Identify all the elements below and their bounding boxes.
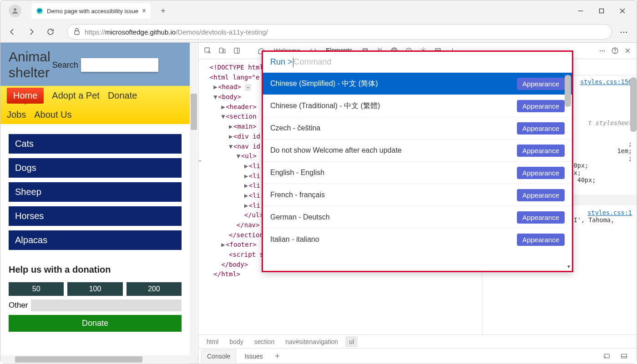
edge-favicon-icon <box>36 7 43 15</box>
minimize-button[interactable] <box>570 4 591 18</box>
svg-rect-6 <box>75 31 79 35</box>
svg-rect-10 <box>234 48 239 53</box>
other-label: Other <box>9 301 28 310</box>
nav-adopt[interactable]: Adopt a Pet <box>52 90 100 101</box>
titlebar: Demo page with accessibility issue × + <box>0 0 637 21</box>
nav-home[interactable]: Home <box>7 88 44 104</box>
url-text: https://microsoftedge.github.io/Demos/de… <box>85 28 268 36</box>
sidenav-cats[interactable]: Cats <box>9 134 182 154</box>
lock-icon <box>74 28 80 36</box>
crumb-section[interactable]: section <box>251 336 278 347</box>
donate-button[interactable]: Donate <box>9 315 182 332</box>
cmd-item-7[interactable]: Italian - italianoAppearance <box>263 228 572 250</box>
refresh-button[interactable] <box>42 24 59 40</box>
sidenav-horses[interactable]: Horses <box>9 206 182 226</box>
cmd-item-2[interactable]: Czech - češtinaAppearance <box>263 117 572 139</box>
drawer: Console Issues <box>198 348 637 364</box>
crumb-html[interactable]: html <box>203 336 222 347</box>
forward-button[interactable] <box>23 24 40 40</box>
profile-avatar[interactable] <box>9 5 21 17</box>
donate-200[interactable]: 200 <box>126 282 182 296</box>
svg-rect-31 <box>604 354 609 358</box>
dt-more-icon[interactable]: ⋯ <box>596 45 608 57</box>
browser-more-button[interactable]: ⋯ <box>615 24 633 40</box>
maximize-button[interactable] <box>591 4 612 18</box>
svg-rect-3 <box>600 9 604 13</box>
sidenav-dogs[interactable]: Dogs <box>9 158 182 178</box>
page-scroll-thumb-v[interactable] <box>191 94 197 130</box>
crumb-body[interactable]: body <box>226 336 247 347</box>
cmd-item-5[interactable]: French - françaisAppearance <box>263 184 572 206</box>
site-logo: Animalshelter <box>9 49 51 80</box>
svg-rect-32 <box>621 354 626 358</box>
page-content: Animalshelter Search Home Adopt a Pet Do… <box>0 43 198 364</box>
sidenav-sheep[interactable]: Sheep <box>9 182 182 202</box>
cmd-scroll-thumb[interactable] <box>565 75 571 107</box>
svg-rect-8 <box>219 48 223 53</box>
new-tab-button[interactable]: + <box>157 5 169 18</box>
drawer-add-icon[interactable] <box>271 350 284 363</box>
styles-scroll-thumb[interactable] <box>630 77 637 132</box>
cmd-item-0[interactable]: Chinese (Simplified) - 中文 (简体)Appearance <box>263 72 572 95</box>
donate-100[interactable]: 100 <box>67 282 122 296</box>
svg-rect-9 <box>223 50 225 53</box>
address-bar[interactable]: https://microsoftedge.github.io/Demos/de… <box>67 24 612 40</box>
search-label: Search <box>52 60 78 70</box>
cmd-item-6[interactable]: German - DeutschAppearance <box>263 206 572 228</box>
nav-about[interactable]: About Us <box>34 110 71 120</box>
page-scroll-thumb-h[interactable] <box>15 356 142 363</box>
dock-icon[interactable] <box>230 45 243 57</box>
command-menu: Run > Command Chinese (Simplified) - 中文 … <box>262 50 573 272</box>
command-input[interactable]: Run > Command <box>263 52 572 72</box>
nav-jobs[interactable]: Jobs <box>7 110 26 120</box>
dt-help-icon[interactable] <box>608 45 621 57</box>
donate-50[interactable]: 50 <box>9 282 64 296</box>
cmd-item-3[interactable]: Do not show Welcome after each updateApp… <box>263 139 572 161</box>
cmd-item-1[interactable]: Chinese (Traditional) - 中文 (繁體)Appearanc… <box>263 95 572 117</box>
nav-donate[interactable]: Donate <box>108 90 137 101</box>
device-toggle-icon[interactable] <box>216 45 228 57</box>
donation-heading: Help us with a donation <box>9 264 182 275</box>
cmd-item-4[interactable]: English - EnglishAppearance <box>263 161 572 184</box>
dt-close-icon[interactable] <box>621 45 634 57</box>
back-button[interactable] <box>4 24 20 40</box>
cmd-scroll-down-icon[interactable]: ▼ <box>566 264 571 269</box>
sidenav-alpacas[interactable]: Alpacas <box>9 230 182 250</box>
navbar: https://microsoftedge.github.io/Demos/de… <box>0 21 637 42</box>
drawer-console-tab[interactable]: Console <box>201 349 236 363</box>
styles-link-1[interactable]: styles.css:156 <box>580 78 632 85</box>
search-input[interactable] <box>81 58 158 72</box>
drawer-expand-icon[interactable] <box>600 350 613 363</box>
gutter-dots-icon: ⋯ <box>198 157 201 164</box>
inspect-icon[interactable] <box>201 45 214 57</box>
browser-tab[interactable]: Demo page with accessibility issue × <box>31 3 151 19</box>
drawer-dock-icon[interactable] <box>617 350 630 363</box>
tab-close-icon[interactable]: × <box>142 7 146 15</box>
tab-title: Demo page with accessibility issue <box>47 8 138 15</box>
crumb-nav[interactable]: nav#sitenavigation <box>282 336 342 347</box>
other-amount-input[interactable] <box>31 299 182 311</box>
svg-point-23 <box>614 52 615 52</box>
crumb-ul[interactable]: ul <box>345 336 358 347</box>
styles-link-2[interactable]: styles.css:1 <box>587 209 632 216</box>
close-window-button[interactable] <box>612 4 633 18</box>
svg-point-0 <box>14 8 16 11</box>
page-scrollbar-v[interactable] <box>190 43 197 364</box>
drawer-issues-tab[interactable]: Issues <box>239 350 268 363</box>
breadcrumb-bar: html body section nav#sitenavigation ul <box>198 334 637 348</box>
